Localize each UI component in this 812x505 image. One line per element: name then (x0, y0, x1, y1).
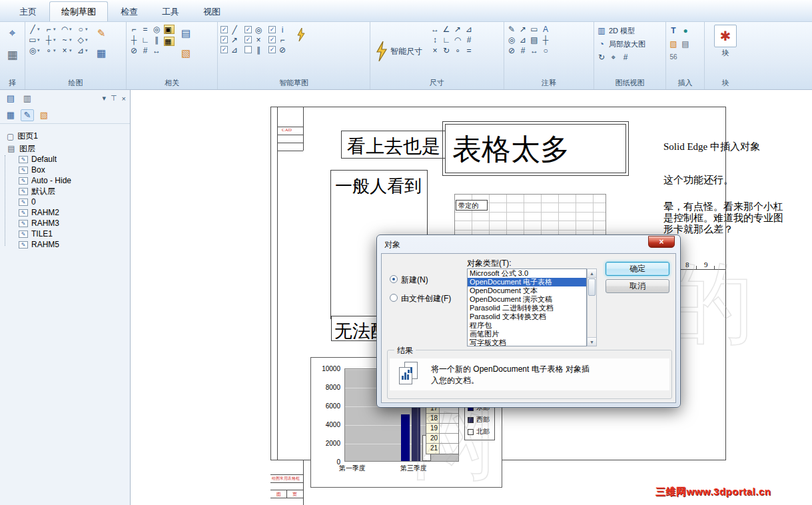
symmetric-relation-icon[interactable]: # (141, 46, 150, 55)
list-item[interactable]: OpenDocument 演示文稿 (468, 295, 586, 304)
leader-icon[interactable]: ↗ (518, 25, 528, 34)
new-layer-icon[interactable]: ▦ (4, 109, 17, 121)
angle-dim-icon[interactable]: ∠ (442, 25, 451, 34)
equal-relation-icon[interactable]: = (141, 25, 150, 34)
tab-tools[interactable]: 工具 (151, 2, 191, 21)
intellisketch-edge-checkbox[interactable]: ✓⊿ (220, 45, 239, 55)
scroll-up-arrow[interactable]: ▲ (588, 269, 596, 278)
tree-root-layers[interactable]: ▤ 图层 (7, 143, 130, 154)
intellisketch-parallel-checkbox[interactable]: ∥ (244, 45, 263, 55)
surface-finish-icon[interactable]: ⊿ (518, 35, 528, 45)
intellisketch-tangent-checkbox[interactable]: ✓⊘ (268, 45, 287, 55)
canvas-textbox-2-selected[interactable]: 表格太多 (445, 124, 626, 173)
scroll-down-arrow[interactable]: ▼ (588, 337, 596, 346)
2d-model-button[interactable]: ▥ 2D 模型 (597, 25, 663, 37)
object-type-listbox[interactable]: Microsoft 公式 3.0 OpenDocument 电子表格 OpenD… (467, 268, 587, 346)
tangent-relation-icon[interactable]: ⊘ (129, 46, 139, 55)
scroll-thumb[interactable] (588, 278, 596, 296)
balloon-icon[interactable]: ▭ (530, 25, 539, 34)
polygon-tool-icon[interactable]: ◇▾ (76, 35, 90, 45)
trim-tool-icon[interactable]: ×▾ (60, 46, 74, 55)
layer-item-rahm5[interactable]: ✎ RAHM5 (7, 239, 130, 250)
lock-relation-icon[interactable]: ▣ (164, 25, 175, 34)
intellisketch-point-on-checkbox[interactable]: ✓i (268, 25, 287, 35)
list-item[interactable]: OpenDocument 文本 (468, 286, 586, 295)
intellisketch-endpoint-checkbox[interactable]: ✓╱ (220, 25, 239, 35)
list-item[interactable]: 画笔图片 (468, 330, 586, 338)
parallel-relation-icon[interactable]: ∥ (152, 35, 161, 45)
list-item[interactable]: Parasolid 二进制转换文档 (468, 304, 586, 312)
panel-close-icon[interactable]: × (122, 95, 126, 103)
list-item[interactable]: 写字板文档 (468, 338, 586, 346)
detail-view-button[interactable]: ◔ 局部放大图 (597, 38, 663, 50)
layer-item-box[interactable]: ✎ Box (7, 165, 130, 175)
tab-view[interactable]: 视图 (192, 2, 232, 21)
cancel-button[interactable]: 取消 (606, 279, 669, 293)
text-box-icon[interactable]: A (541, 25, 550, 34)
block-button[interactable]: ✱ (714, 25, 737, 47)
smart-dimension-button[interactable]: 智能尺寸 (373, 25, 425, 78)
insert-object-icon[interactable]: ▤ (681, 39, 690, 49)
update-views-icon[interactable]: ↻ (597, 53, 606, 62)
arc-dim-icon[interactable]: ◠ (453, 35, 462, 45)
perp-dim-icon[interactable]: ∟ (442, 35, 451, 45)
offset-tool-icon[interactable]: ┼▾ (44, 35, 58, 45)
line-tool-icon[interactable]: ╱▾ (28, 25, 42, 34)
intellisketch-options-icon[interactable] (292, 26, 310, 43)
insert-text-icon[interactable]: T (669, 26, 678, 35)
intellisketch-midpoint-checkbox[interactable]: ✓↗ (220, 35, 239, 45)
datum-frame-icon[interactable]: ▤ (530, 35, 539, 45)
horizontal-relation-icon[interactable]: ┼ (129, 35, 139, 45)
curve-tool-icon[interactable]: ~▾ (60, 35, 74, 45)
panel-view-icon[interactable]: ▥ (21, 93, 34, 105)
axis-dim-icon[interactable]: = (464, 46, 474, 55)
perpendicular-relation-icon[interactable]: ∟ (141, 35, 150, 45)
panel-pin-icon[interactable]: ⊤ (111, 94, 117, 103)
tab-home[interactable]: 主页 (8, 2, 48, 21)
section-view-icon[interactable]: # (621, 53, 630, 62)
list-item-selected[interactable]: OpenDocument 电子表格 (468, 278, 586, 286)
radio-create-new-label[interactable]: 新建(N) (401, 274, 428, 286)
insert-hyperlink-icon[interactable]: ● (681, 26, 690, 35)
tab-inspect[interactable]: 检查 (109, 2, 149, 21)
layer-item-rahm3[interactable]: ✎ RAHM3 (7, 218, 130, 229)
weld-symbol-icon[interactable]: ◎ (507, 35, 516, 45)
center-line-icon[interactable]: ↔ (530, 46, 539, 55)
update-dim-icon[interactable]: ↻ (442, 46, 451, 55)
connect-relation-icon[interactable]: ⌐ (129, 25, 139, 34)
list-item[interactable]: Parasolid 文本转换文档 (468, 312, 586, 321)
tab-draw-sketch[interactable]: 绘制草图 (49, 1, 108, 21)
callout-icon[interactable]: ✎ (507, 25, 516, 34)
feature-control-icon[interactable]: ┼ (541, 35, 550, 45)
point-tool-icon[interactable]: ∘▾ (44, 46, 58, 55)
panel-chevron-down-icon[interactable]: ▾ (102, 94, 106, 103)
point-dim-icon[interactable]: ∘ (453, 46, 462, 55)
intellisketch-intersection-checkbox[interactable]: ✓× (244, 35, 263, 45)
layer-display-icon[interactable]: ▧ (37, 109, 51, 121)
intellisketch-center-checkbox[interactable]: ✓◎ (244, 25, 263, 35)
layer-item-auto-hide[interactable]: ✎ Auto - Hide (7, 175, 130, 186)
vertical-dim-icon[interactable]: ↕ (430, 35, 440, 45)
layer-item-0[interactable]: ✎ 0 (7, 197, 130, 207)
unlock-relation-icon[interactable]: ▦ (164, 37, 175, 46)
view-wizard-icon[interactable]: ⌖ (609, 53, 618, 62)
panel-table-icon[interactable]: ▤ (4, 93, 17, 105)
layer-item-default[interactable]: ✎ Default (7, 154, 130, 165)
concentric-relation-icon[interactable]: ◎ (152, 25, 161, 34)
circle-tool-icon[interactable]: ○▾ (76, 25, 90, 34)
layer-item-rahm2[interactable]: ✎ RAHM2 (7, 207, 130, 218)
grid-table-label[interactable]: 带定的 (456, 200, 488, 211)
ellipse-tool-icon[interactable]: ◎▾ (28, 46, 42, 55)
insert-image-icon[interactable]: ▧ (669, 39, 678, 49)
rigid-relation-icon[interactable]: ↔ (152, 46, 161, 55)
coordinate-dim-icon[interactable]: # (464, 35, 474, 45)
relation-handles-icon[interactable]: ▤ (177, 25, 195, 42)
grid-tool-icon[interactable]: ▦ (93, 45, 110, 62)
edit-layer-icon[interactable]: ✎ (21, 109, 34, 121)
layer-item-tile1[interactable]: ✎ TILE1 (7, 229, 130, 239)
rect-tool-icon[interactable]: ▭▾ (28, 35, 42, 45)
list-item[interactable]: Microsoft 公式 3.0 (468, 269, 586, 278)
ok-button[interactable]: 确定 (606, 262, 669, 276)
dialog-close-button[interactable]: × (648, 236, 675, 248)
leader-dim-icon[interactable]: ↗ (453, 25, 462, 34)
